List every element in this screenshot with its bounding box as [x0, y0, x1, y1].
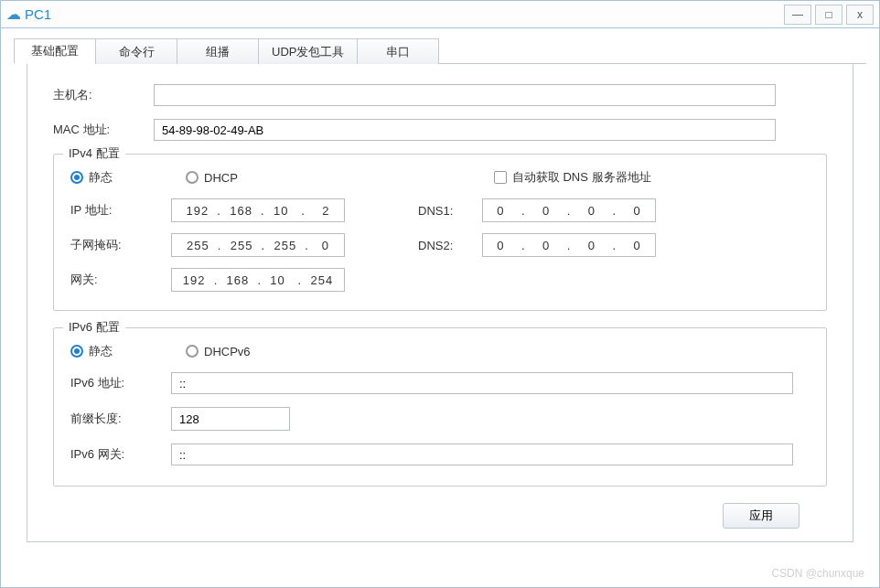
tabs: 基础配置 命令行 组播 UDP发包工具 串口 — [14, 37, 866, 64]
gw-label: 网关: — [70, 272, 171, 288]
radio-icon — [70, 171, 83, 184]
ipv6-gw-input[interactable] — [171, 444, 793, 465]
hostname-input[interactable] — [154, 84, 776, 106]
app-window: ☁ PC1 — □ x 基础配置 命令行 组播 UDP发包工具 串口 主机名: … — [0, 0, 880, 588]
ipv4-dhcp-radio[interactable]: DHCP — [186, 171, 238, 185]
cloud-icon: ☁ — [6, 5, 21, 23]
ipv6-static-label: 静态 — [89, 343, 113, 359]
ipv6-gw-row: IPv6 网关: — [70, 444, 810, 465]
mac-label: MAC 地址: — [53, 122, 154, 138]
auto-dns-label: 自动获取 DNS 服务器地址 — [512, 169, 651, 186]
apply-button[interactable]: 应用 — [723, 503, 800, 529]
ip-input[interactable]: 192 . 168 . 10 . 2 — [171, 198, 345, 222]
window-title: PC1 — [25, 6, 51, 22]
tabs-container: 基础配置 命令行 组播 UDP发包工具 串口 主机名: MAC 地址: IPv4… — [1, 28, 879, 551]
ipv4-mask-row: 子网掩码: 255 . 255 . 255 . 0 DNS2: 0 . 0 . … — [70, 233, 810, 257]
mac-input[interactable] — [154, 119, 776, 141]
ipv6-dhcp-label: DHCPv6 — [204, 345, 251, 358]
content-panel: 主机名: MAC 地址: IPv4 配置 静态 DHCP — [27, 64, 853, 542]
hostname-label: 主机名: — [53, 87, 154, 103]
minimize-button[interactable]: — — [784, 5, 811, 25]
gateway-input[interactable]: 192 . 168 . 10 . 254 — [171, 268, 345, 292]
maximize-button[interactable]: □ — [815, 5, 842, 25]
tab-serial[interactable]: 串口 — [357, 38, 439, 64]
mask-input[interactable]: 255 . 255 . 255 . 0 — [171, 233, 345, 257]
dns2-input[interactable]: 0 . 0 . 0 . 0 — [482, 233, 656, 257]
ipv6-fieldset: IPv6 配置 静态 DHCPv6 IPv6 地址: — [53, 327, 827, 486]
dns1-input[interactable]: 0 . 0 . 0 . 0 — [482, 198, 656, 222]
auto-dns-checkbox[interactable]: 自动获取 DNS 服务器地址 — [494, 169, 651, 186]
checkbox-icon — [494, 171, 507, 184]
radio-icon — [186, 171, 199, 184]
tab-multicast[interactable]: 组播 — [177, 38, 259, 64]
mask-label: 子网掩码: — [70, 237, 171, 253]
ipv6-gw-label: IPv6 网关: — [70, 446, 171, 463]
tab-basic-config[interactable]: 基础配置 — [14, 38, 96, 64]
dns1-label: DNS1: — [418, 204, 482, 218]
ipv4-ip-row: IP 地址: 192 . 168 . 10 . 2 DNS1: 0 . 0 . … — [70, 198, 810, 222]
close-button[interactable]: x — [846, 5, 874, 25]
titlebar: ☁ PC1 — □ x — [1, 1, 879, 28]
tab-udp-tool[interactable]: UDP发包工具 — [258, 38, 358, 64]
tab-command-line[interactable]: 命令行 — [95, 38, 177, 64]
ipv6-addr-input[interactable] — [171, 372, 793, 394]
ipv6-mode-row: 静态 DHCPv6 — [70, 343, 810, 359]
hostname-row: 主机名: — [53, 84, 827, 106]
ipv6-prefix-label: 前缀长度: — [70, 411, 171, 427]
ipv6-addr-label: IPv6 地址: — [70, 375, 171, 391]
ipv4-gw-row: 网关: 192 . 168 . 10 . 254 — [70, 268, 810, 292]
ipv4-mode-row: 静态 DHCP 自动获取 DNS 服务器地址 — [70, 169, 810, 186]
radio-icon — [186, 345, 199, 358]
ipv4-fieldset: IPv4 配置 静态 DHCP 自动获取 DNS 服务器地址 — [53, 154, 827, 311]
ipv4-static-radio[interactable]: 静态 — [70, 169, 113, 186]
ipv6-dhcp-radio[interactable]: DHCPv6 — [186, 345, 251, 358]
ipv4-dhcp-label: DHCP — [204, 171, 238, 185]
dns2-label: DNS2: — [418, 239, 482, 252]
ipv6-static-radio[interactable]: 静态 — [70, 343, 113, 359]
footer: 应用 — [53, 503, 827, 529]
ipv6-prefix-row: 前缀长度: — [70, 407, 810, 431]
ipv6-legend: IPv6 配置 — [63, 319, 125, 336]
radio-icon — [70, 345, 83, 358]
ipv6-addr-row: IPv6 地址: — [70, 372, 810, 394]
ipv4-legend: IPv4 配置 — [63, 145, 125, 162]
window-controls: — □ x — [780, 5, 874, 25]
mac-row: MAC 地址: — [53, 119, 827, 141]
ipv4-static-label: 静态 — [89, 169, 113, 186]
watermark: CSDN @chunxque — [771, 567, 864, 580]
ipv6-prefix-input[interactable] — [171, 407, 290, 431]
ip-label: IP 地址: — [70, 202, 171, 219]
